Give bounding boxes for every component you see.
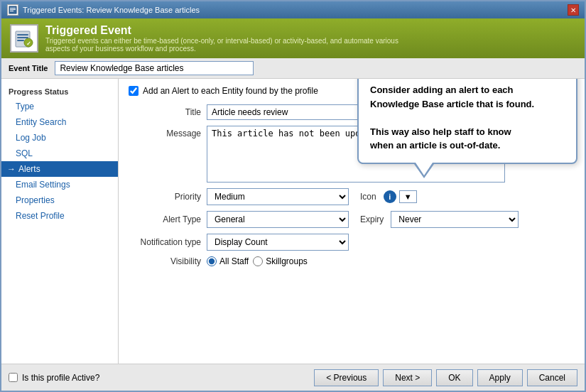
visibility-label: Visibility (129, 256, 207, 266)
tooltip-line1: Consider adding an alert to eachKnowledg… (370, 83, 565, 111)
svg-rect-1 (10, 8, 16, 9)
header-description: Triggered events can either be time-base… (45, 37, 401, 53)
title-label: Title (129, 107, 207, 117)
svg-rect-5 (17, 34, 28, 36)
alert-type-label: Alert Type (129, 214, 207, 224)
svg-rect-2 (10, 9, 16, 10)
icon-dropdown: i ▼ (384, 190, 417, 203)
bottom-right: < Previous Next > OK Apply Cancel (314, 369, 577, 386)
visibility-skillgroups-label: Skillgroups (266, 256, 308, 266)
svg-rect-3 (10, 11, 13, 11)
cancel-button[interactable]: Cancel (527, 369, 577, 386)
event-title-label: Event Title (9, 64, 48, 72)
svg-rect-6 (17, 37, 28, 38)
header-title: Triggered Event (45, 24, 401, 37)
visibility-row: Visibility All Staff Skillgroups (129, 256, 575, 266)
sidebar-item-alerts[interactable]: → Alerts (1, 161, 118, 177)
sidebar-item-sql[interactable]: SQL (1, 146, 118, 161)
header-text: Triggered Event Triggered events can eit… (45, 24, 401, 53)
visibility-all-staff-label: All Staff (219, 256, 249, 266)
expiry-select[interactable]: Never 1 Day 7 Days 30 Days (391, 211, 519, 228)
visibility-all-staff[interactable]: All Staff (207, 256, 249, 266)
icon-info-symbol: i (384, 190, 396, 203)
icon-label: Icon (360, 192, 376, 202)
close-button[interactable]: ✕ (568, 4, 579, 16)
main-window: Triggered Events: Review Knowledge Base … (0, 0, 586, 392)
svg-text:✓: ✓ (26, 40, 31, 47)
bottom-left: Is this profile Active? (9, 373, 99, 383)
alert-type-row: Alert Type General Warning Error Expiry … (129, 211, 575, 228)
notification-type-select[interactable]: Display Count Popup Email (207, 234, 349, 251)
is-active-label: Is this profile Active? (22, 373, 99, 383)
header-band: ✓ Triggered Event Triggered events can e… (1, 18, 585, 58)
sidebar-item-entity-search[interactable]: Entity Search (1, 114, 118, 130)
tooltip-bubble: Consider adding an alert to eachKnowledg… (357, 79, 577, 164)
priority-row: Priority Medium Low High Critical Icon i… (129, 188, 575, 205)
sidebar-item-log-job[interactable]: Log Job (1, 130, 118, 146)
event-title-row: Event Title (1, 58, 585, 79)
sidebar-header: Progress Status (1, 85, 118, 99)
previous-button[interactable]: < Previous (314, 369, 379, 386)
visibility-all-staff-radio[interactable] (207, 256, 217, 266)
tooltip-line2: This way also help staff to knowwhen an … (370, 125, 565, 153)
is-active-checkbox[interactable] (9, 373, 18, 382)
title-bar: Triggered Events: Review Knowledge Base … (1, 1, 585, 18)
sidebar-item-alerts-label: Alerts (18, 164, 40, 174)
window-title: Triggered Events: Review Knowledge Base … (23, 6, 200, 14)
ok-button[interactable]: OK (436, 369, 472, 386)
sidebar-item-email-settings[interactable]: Email Settings (1, 177, 118, 192)
add-alert-checkbox[interactable] (129, 86, 139, 96)
notification-type-row: Notification type Display Count Popup Em… (129, 234, 575, 251)
visibility-skillgroups[interactable]: Skillgroups (253, 256, 308, 266)
sidebar: Progress Status Type Entity Search Log J… (1, 79, 119, 364)
active-arrow-icon: → (7, 164, 16, 174)
svg-rect-7 (17, 40, 24, 41)
bottom-bar: Is this profile Active? < Previous Next … (1, 364, 585, 391)
priority-select[interactable]: Medium Low High Critical (207, 188, 349, 205)
add-alert-label: Add an Alert to each Entity found by the… (143, 86, 318, 96)
expiry-label: Expiry (360, 214, 384, 224)
header-icon: ✓ (10, 24, 38, 53)
icon-dropdown-button[interactable]: ▼ (399, 190, 417, 203)
sidebar-item-properties[interactable]: Properties (1, 192, 118, 208)
alert-type-select[interactable]: General Warning Error (207, 211, 349, 228)
apply-button[interactable]: Apply (477, 369, 523, 386)
visibility-skillgroups-radio[interactable] (253, 256, 263, 266)
message-label: Message (129, 126, 207, 138)
priority-label: Priority (129, 192, 207, 202)
title-bar-icon (7, 4, 18, 16)
event-title-input[interactable] (55, 61, 254, 75)
sidebar-item-type[interactable]: Type (1, 99, 118, 114)
next-button[interactable]: Next > (383, 369, 432, 386)
notification-type-label: Notification type (129, 237, 207, 247)
sidebar-item-reset-profile[interactable]: Reset Profile (1, 208, 118, 224)
right-panel: Consider adding an alert to eachKnowledg… (119, 79, 585, 364)
main-content: Progress Status Type Entity Search Log J… (1, 79, 585, 364)
